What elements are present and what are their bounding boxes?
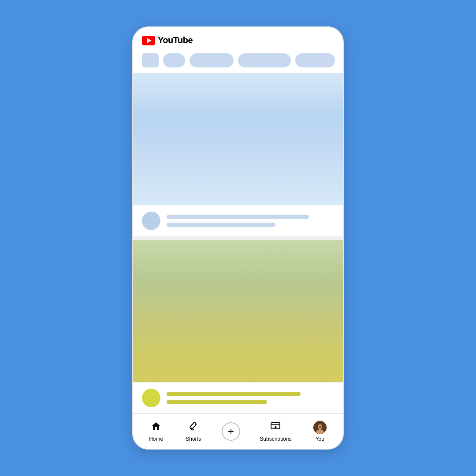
video-meta-line-2 [167, 400, 267, 404]
filter-chips-row [133, 50, 343, 73]
divider-thick [133, 236, 343, 240]
content-area [133, 73, 343, 413]
channel-avatar-2 [142, 389, 160, 407]
channel-info-1 [133, 205, 343, 236]
nav-item-home[interactable]: Home [143, 418, 169, 445]
filter-chip-1[interactable] [163, 53, 185, 67]
channel-info-2 [133, 382, 343, 413]
svg-point-4 [318, 424, 322, 429]
plus-icon: + [228, 426, 234, 437]
youtube-logo: YouTube [142, 35, 193, 45]
video-title-line-1 [167, 215, 309, 219]
home-icon [151, 421, 161, 434]
create-button[interactable]: + [222, 422, 240, 441]
nav-label-home: Home [149, 436, 163, 442]
filter-chip-3[interactable] [238, 53, 291, 67]
video-title-line-2 [167, 392, 301, 396]
nav-item-create[interactable]: + [217, 420, 245, 443]
phone-frame: YouTube [132, 26, 344, 450]
nav-label-you: You [316, 436, 324, 442]
subscriptions-icon [270, 421, 281, 434]
video-thumbnail-2[interactable] [133, 240, 343, 382]
shorts-icon [188, 421, 199, 434]
channel-avatar-1 [142, 212, 160, 230]
nav-item-shorts[interactable]: Shorts [180, 418, 207, 445]
channel-text-1 [167, 215, 334, 227]
svg-point-6 [319, 425, 320, 426]
svg-marker-2 [275, 426, 277, 428]
nav-item-subscriptions[interactable]: Subscriptions [255, 418, 296, 445]
app-header: YouTube [133, 27, 343, 50]
nav-item-you[interactable]: You [307, 418, 333, 445]
avatar-icon [313, 421, 327, 434]
nav-label-subscriptions: Subscriptions [260, 436, 291, 442]
filter-chip-0[interactable] [142, 53, 159, 67]
youtube-icon [142, 36, 155, 45]
channel-text-2 [167, 392, 334, 404]
video-thumbnail-1[interactable] [133, 73, 343, 205]
nav-label-shorts: Shorts [186, 436, 201, 442]
filter-chip-2[interactable] [190, 53, 234, 67]
bottom-nav: Home Shorts + [133, 413, 343, 449]
filter-chip-4[interactable] [295, 53, 335, 67]
app-title: YouTube [158, 35, 193, 45]
video-meta-line-1 [167, 223, 275, 227]
svg-point-7 [320, 425, 321, 426]
